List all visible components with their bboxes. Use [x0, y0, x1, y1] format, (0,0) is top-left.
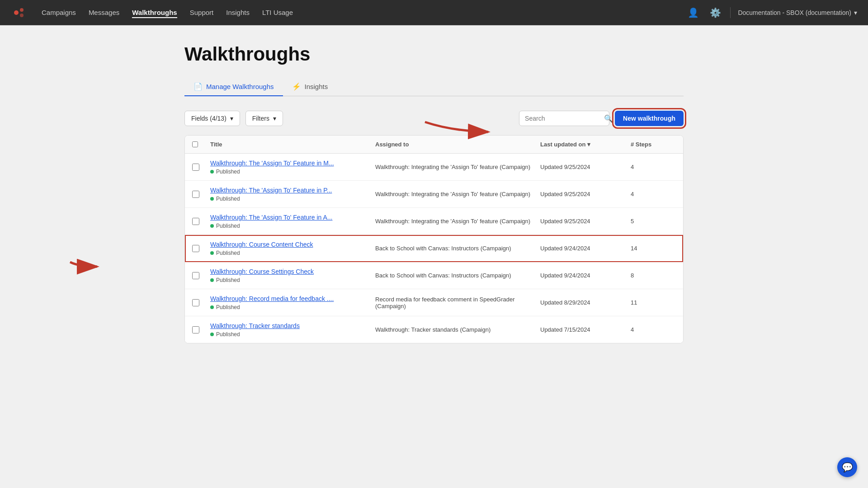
tab-manage-label: Manage Walkthroughs [206, 83, 274, 90]
table-row: Walkthrough: The 'Assign To' Feature in … [185, 154, 683, 181]
cell-title-4: Walkthrough: Course Settings Check Publi… [210, 267, 375, 283]
nav-campaigns[interactable]: Campaigns [42, 7, 76, 18]
filters-button[interactable]: Filters ▾ [245, 111, 283, 126]
row-check-6[interactable] [192, 326, 199, 333]
row-checkbox-3 [192, 245, 210, 252]
select-all-checkbox[interactable] [192, 141, 198, 147]
nav-right: 👤 ⚙️ Documentation - SBOX (documentation… [686, 5, 857, 20]
cell-steps-0: 4 [631, 164, 676, 170]
row-check-0[interactable] [192, 164, 199, 171]
walkthrough-link-4[interactable]: Walkthrough: Course Settings Check [210, 268, 314, 275]
status-dot-5 [210, 305, 214, 309]
cell-steps-6: 4 [631, 326, 676, 333]
status-badge-2: Published [210, 223, 375, 229]
tab-insights[interactable]: ⚡ Insights [283, 78, 337, 96]
cell-steps-4: 8 [631, 272, 676, 279]
search-icon[interactable]: 🔍 [604, 114, 613, 123]
svg-point-0 [14, 10, 19, 15]
chevron-down-icon: ▾ [854, 9, 857, 16]
walkthrough-link-1[interactable]: Walkthrough: The 'Assign To' Feature in … [210, 187, 332, 194]
logo[interactable] [11, 5, 27, 21]
th-assigned: Assigned to [375, 141, 540, 148]
cell-date-5: Updated 8/29/2024 [540, 299, 631, 306]
cell-date-0: Updated 9/25/2024 [540, 164, 631, 170]
fields-button[interactable]: Fields (4/13) ▾ [184, 111, 240, 126]
org-name: Documentation - SBOX (documentation) [738, 9, 851, 16]
cell-assigned-3: Back to School with Canvas: Instructors … [375, 245, 540, 252]
row-checkbox-0 [192, 164, 210, 171]
cell-title-2: Walkthrough: The 'Assign To' Feature in … [210, 213, 375, 229]
row-check-3[interactable] [192, 245, 199, 252]
th-checkbox [192, 141, 210, 148]
row-check-1[interactable] [192, 191, 199, 198]
cell-date-2: Updated 9/25/2024 [540, 218, 631, 225]
row-checkbox-6 [192, 326, 210, 333]
row-checkbox-1 [192, 191, 210, 198]
status-dot-3 [210, 251, 214, 255]
row-checkbox-4 [192, 272, 210, 279]
walkthrough-link-0[interactable]: Walkthrough: The 'Assign To' Feature in … [210, 160, 334, 167]
cell-assigned-6: Walkthrough: Tracker standards (Campaign… [375, 326, 540, 333]
cell-date-4: Updated 9/24/2024 [540, 272, 631, 279]
row-check-5[interactable] [192, 299, 199, 306]
row-check-2[interactable] [192, 218, 199, 225]
nav-messages[interactable]: Messages [89, 7, 119, 18]
cell-assigned-0: Walkthrough: Integrating the 'Assign To'… [375, 164, 540, 170]
cell-title-1: Walkthrough: The 'Assign To' Feature in … [210, 186, 375, 202]
tab-manage-walkthroughs[interactable]: 📄 Manage Walkthroughs [184, 78, 283, 96]
cell-date-1: Updated 9/25/2024 [540, 191, 631, 197]
cell-steps-2: 5 [631, 218, 676, 225]
user-icon[interactable]: 👤 [686, 5, 701, 20]
search-wrap: 🔍 [519, 111, 609, 126]
svg-point-2 [20, 14, 24, 17]
fields-label: Fields (4/13) [191, 115, 226, 122]
walkthrough-link-3[interactable]: Walkthrough: Course Content Check [210, 241, 313, 248]
cell-assigned-2: Walkthrough: Integrating the 'Assign To'… [375, 218, 540, 225]
status-badge-5: Published [210, 304, 375, 310]
table-row: Walkthrough: The 'Assign To' Feature in … [185, 208, 683, 235]
status-badge-3: Published [210, 250, 375, 256]
manage-tab-icon: 📄 [193, 82, 203, 91]
th-updated[interactable]: Last updated on ▾ [540, 141, 631, 148]
cell-title-5: Walkthrough: Record media for feedback .… [210, 295, 375, 310]
status-dot-2 [210, 224, 214, 228]
cell-title-6: Walkthrough: Tracker standards Published [210, 322, 375, 338]
walkthroughs-table: Title Assigned to Last updated on ▾ # St… [184, 135, 684, 343]
walkthrough-link-2[interactable]: Walkthrough: The 'Assign To' Feature in … [210, 214, 332, 221]
tabs-bar: 📄 Manage Walkthroughs ⚡ Insights [184, 78, 684, 96]
main-content: Walkthroughs 📄 Manage Walkthroughs ⚡ Ins… [163, 25, 705, 361]
cell-assigned-1: Walkthrough: Integrating the 'Assign To'… [375, 191, 540, 197]
th-steps: # Steps [631, 141, 676, 148]
nav-support[interactable]: Support [190, 7, 214, 18]
search-input[interactable] [525, 111, 604, 126]
cell-assigned-5: Record media for feedback comment in Spe… [375, 296, 540, 310]
table-row: Walkthrough: Record media for feedback .… [185, 289, 683, 316]
walkthrough-link-6[interactable]: Walkthrough: Tracker standards [210, 322, 300, 329]
tab-insights-label: Insights [305, 83, 328, 90]
nav-links: Campaigns Messages Walkthroughs Support … [42, 7, 671, 18]
cell-title-0: Walkthrough: The 'Assign To' Feature in … [210, 159, 375, 175]
sort-icon: ▾ [587, 141, 590, 148]
settings-icon[interactable]: ⚙️ [708, 5, 723, 20]
top-navigation: Campaigns Messages Walkthroughs Support … [0, 0, 868, 25]
nav-lti-usage[interactable]: LTI Usage [262, 7, 293, 18]
status-badge-0: Published [210, 169, 375, 175]
new-walkthrough-button[interactable]: New walkthrough [615, 111, 684, 126]
cell-date-6: Updated 7/15/2024 [540, 326, 631, 333]
status-badge-1: Published [210, 196, 375, 202]
row-check-4[interactable] [192, 272, 199, 279]
table-row-highlighted: Walkthrough: Course Content Check Publis… [185, 235, 683, 262]
table-row: Walkthrough: The 'Assign To' Feature in … [185, 181, 683, 208]
cell-steps-3: 14 [631, 245, 676, 252]
walkthrough-link-5[interactable]: Walkthrough: Record media for feedback .… [210, 295, 334, 302]
org-selector[interactable]: Documentation - SBOX (documentation) ▾ [738, 9, 857, 16]
cell-date-3: Updated 9/24/2024 [540, 245, 631, 252]
insights-tab-icon: ⚡ [292, 82, 301, 91]
row-checkbox-2 [192, 218, 210, 225]
nav-walkthroughs[interactable]: Walkthroughs [132, 7, 177, 18]
nav-insights[interactable]: Insights [226, 7, 250, 18]
row-checkbox-5 [192, 299, 210, 306]
nav-divider [730, 7, 731, 18]
table-row: Walkthrough: Course Settings Check Publi… [185, 262, 683, 289]
chevron-down-icon: ▾ [230, 115, 233, 122]
